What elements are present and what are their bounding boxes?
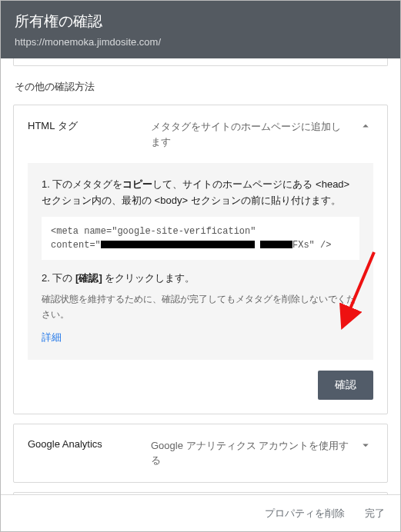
ga-title: Google Analytics <box>28 438 151 450</box>
redacted-token <box>101 241 255 248</box>
step-1: 1. 下のメタタグをコピーして、サイトのホームページにある <head> セクシ… <box>42 177 359 209</box>
previous-panel-edge <box>13 58 388 66</box>
html-tag-title: HTML タグ <box>28 119 151 133</box>
ga-header[interactable]: Google Analytics Google アナリティクス アカウントを使用… <box>14 424 387 482</box>
keep-tag-note: 確認状態を維持するために、確認が完了してもメタタグを削除しないでください。 <box>42 292 359 321</box>
step-2: 2. 下の [確認] をクリックします。 <box>42 271 359 287</box>
html-tag-header[interactable]: HTML タグ メタタグをサイトのホームページに追加します <box>14 105 387 163</box>
ga-panel: Google Analytics Google アナリティクス アカウントを使用… <box>13 424 388 483</box>
content-area: その他の確認方法 HTML タグ メタタグをサイトのホームページに追加します 1… <box>1 58 400 497</box>
instructions-box: 1. 下のメタタグをコピーして、サイトのホームページにある <head> セクシ… <box>28 163 373 360</box>
dialog-footer: プロパティを削除 完了 <box>1 494 400 531</box>
chevron-up-icon <box>358 119 373 133</box>
page-title: 所有権の確認 <box>15 12 386 32</box>
html-tag-desc: メタタグをサイトのホームページに追加します <box>151 119 358 149</box>
other-methods-heading: その他の確認方法 <box>15 80 388 94</box>
html-tag-body: 1. 下のメタタグをコピーして、サイトのホームページにある <head> セクシ… <box>14 163 387 414</box>
done-button[interactable]: 完了 <box>365 507 385 520</box>
confirm-row: 確認 <box>28 371 373 400</box>
details-link[interactable]: 詳細 <box>42 330 62 346</box>
site-url: https://monemoka.jimdosite.com/ <box>15 36 386 48</box>
ga-desc: Google アナリティクス アカウントを使用する <box>151 438 358 468</box>
delete-property-button[interactable]: プロパティを削除 <box>265 507 345 520</box>
dialog-header: 所有権の確認 https://monemoka.jimdosite.com/ <box>1 1 400 58</box>
confirm-button[interactable]: 確認 <box>318 371 373 400</box>
chevron-down-icon <box>358 438 373 452</box>
meta-tag-code[interactable]: <meta name="google-site-verification" co… <box>42 217 359 260</box>
html-tag-panel: HTML タグ メタタグをサイトのホームページに追加します 1. 下のメタタグを… <box>13 105 388 414</box>
redacted-token <box>260 241 292 248</box>
